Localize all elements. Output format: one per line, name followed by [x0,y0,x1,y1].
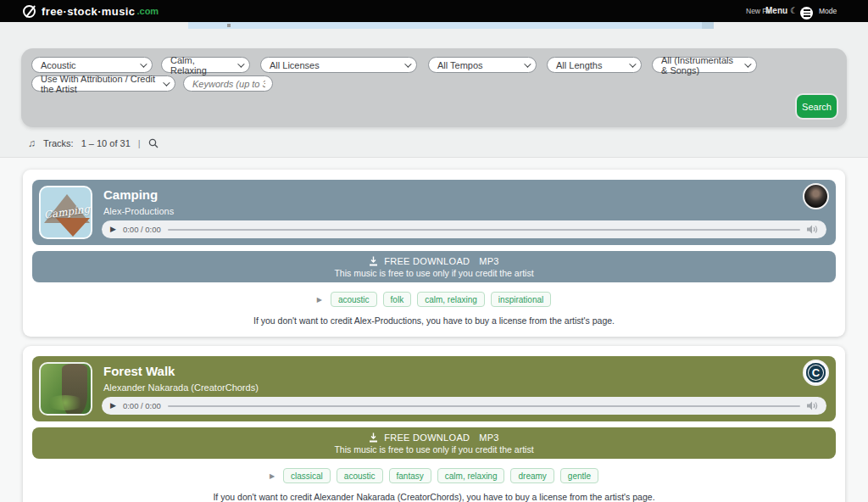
notification-bar-end [702,22,714,29]
track-title: Forest Walk [103,364,175,378]
track-artist[interactable]: Alex-Productions [103,206,174,216]
separator: | [138,138,141,148]
tag[interactable]: calm, relaxing [417,292,485,307]
tracks-range: 1 – 10 of 31 [81,138,131,148]
download-icon [369,432,378,443]
logo-icon [23,5,36,18]
track-list: Camping Camping Alex-Productions ▶ 0:00 … [0,158,868,502]
attribution-select-value: Use With Attribution / Credit the Artist [41,74,158,94]
tags-expand-icon[interactable]: ▶ [317,296,322,304]
menu-button[interactable]: Menu [765,6,787,15]
tag[interactable]: folk [383,292,412,307]
mountain-art-2 [56,218,90,237]
download-icon [369,256,378,266]
audio-player[interactable]: ▶ 0:00 / 0:00 [102,220,826,238]
download-label: FREE DOWNLOAD [384,432,470,443]
chevron-down-icon [140,60,147,67]
tag[interactable]: inspirational [491,292,551,307]
player-time: 0:00 / 0:00 [123,401,161,410]
chevron-down-icon [163,79,170,86]
length-select[interactable]: All Lengths [547,57,642,73]
player-time: 0:00 / 0:00 [123,225,161,234]
download-format: MP3 [479,256,499,266]
tag[interactable]: acoustic [337,468,383,483]
track-card: Forest Walk Alexander Nakarada (CreatorC… [23,346,845,502]
tempo-select[interactable]: All Tempos [428,57,537,73]
type-select-value: All (Instrumentals & Songs) [661,55,739,75]
tracks-bar: ♫ Tracks: 1 – 10 of 31 | [28,137,159,149]
notification-bar [188,22,714,29]
chevron-down-icon [629,60,636,67]
track-thumbnail[interactable]: Camping [39,186,92,239]
notification-dot [227,24,231,27]
genre-select-value: Acoustic [41,60,76,70]
length-select-value: All Lengths [556,60,602,70]
logo-text: free·stock·music [42,5,135,18]
free-download-button[interactable]: FREE DOWNLOAD MP3 This music is free to … [32,251,836,282]
tag[interactable]: acoustic [331,292,377,307]
seek-bar[interactable] [168,229,800,231]
license-note: If you don't want to credit Alex-Product… [23,315,845,326]
track-title: Camping [103,187,158,202]
attribution-select[interactable]: Use With Attribution / Credit the Artist [31,75,175,92]
chevron-down-icon [524,60,531,67]
tag[interactable]: gentle [560,468,598,483]
page: free·stock·music .com New Fe Menu ☾ Mode… [0,0,868,502]
logo-tld: .com [136,6,159,16]
mood-select[interactable]: Calm, Relaxing [161,57,250,73]
license-select[interactable]: All Licenses [260,57,417,73]
tags-row: ▶ acoustic folk calm, relaxing inspirati… [23,292,845,307]
chevron-down-icon [237,60,244,67]
creatorchords-logo: C [806,363,826,382]
license-select-value: All Licenses [270,60,320,70]
download-format: MP3 [479,432,499,443]
play-icon[interactable]: ▶ [110,226,116,233]
download-subtext: This music is free to use only if you cr… [334,444,533,455]
audio-player[interactable]: ▶ 0:00 / 0:00 [102,397,826,415]
seek-bar[interactable] [168,405,800,407]
search-icon[interactable] [148,138,159,148]
play-icon[interactable]: ▶ [110,402,116,410]
track-header: Forest Walk Alexander Nakarada (CreatorC… [32,356,836,421]
tag[interactable]: classical [283,468,331,483]
site-logo[interactable]: free·stock·music .com [23,5,159,18]
keywords-input[interactable] [192,79,265,89]
tracks-label: Tracks: [43,138,74,148]
track-artist[interactable]: Alexander Nakarada (CreatorChords) [103,382,259,393]
track-header: Camping Camping Alex-Productions ▶ 0:00 … [32,180,836,245]
filter-panel: Acoustic Calm, Relaxing All Licenses All… [21,48,847,127]
artist-avatar[interactable] [803,183,829,209]
music-note-icon: ♫ [28,137,36,149]
genre-select[interactable]: Acoustic [31,57,153,73]
tag[interactable]: calm, relaxing [437,468,505,483]
volume-icon[interactable] [807,401,818,410]
moss-art [46,395,85,410]
tempo-select-value: All Tempos [437,60,483,70]
dark-mode-moon-icon[interactable]: ☾ [790,6,798,15]
download-label: FREE DOWNLOAD [384,256,470,266]
type-select[interactable]: All (Instrumentals & Songs) [652,57,757,73]
chevron-down-icon [404,60,411,67]
search-button[interactable]: Search [797,95,837,118]
top-header: free·stock·music .com New Fe Menu ☾ Mode [0,0,868,22]
tags-expand-icon[interactable]: ▶ [270,472,275,480]
free-download-button[interactable]: FREE DOWNLOAD MP3 This music is free to … [32,427,836,459]
tag[interactable]: fantasy [389,468,431,483]
artist-avatar[interactable]: C [803,360,829,386]
chevron-down-icon [744,60,751,67]
volume-icon[interactable] [807,225,818,234]
download-subtext: This music is free to use only if you cr… [334,268,533,278]
license-note: If you don't want to credit Alexander Na… [23,492,845,502]
track-card: Camping Camping Alex-Productions ▶ 0:00 … [23,170,845,337]
mode-label[interactable]: Mode [819,7,837,15]
track-thumbnail[interactable] [39,362,92,416]
header-right: New Fe Menu ☾ Mode [746,0,856,22]
tag[interactable]: dreamy [510,468,554,483]
keywords-field-wrap [183,75,273,92]
mood-select-value: Calm, Relaxing [170,55,232,75]
hamburger-circle-icon[interactable] [800,7,813,20]
tags-row: ▶ classical acoustic fantasy calm, relax… [23,468,845,483]
